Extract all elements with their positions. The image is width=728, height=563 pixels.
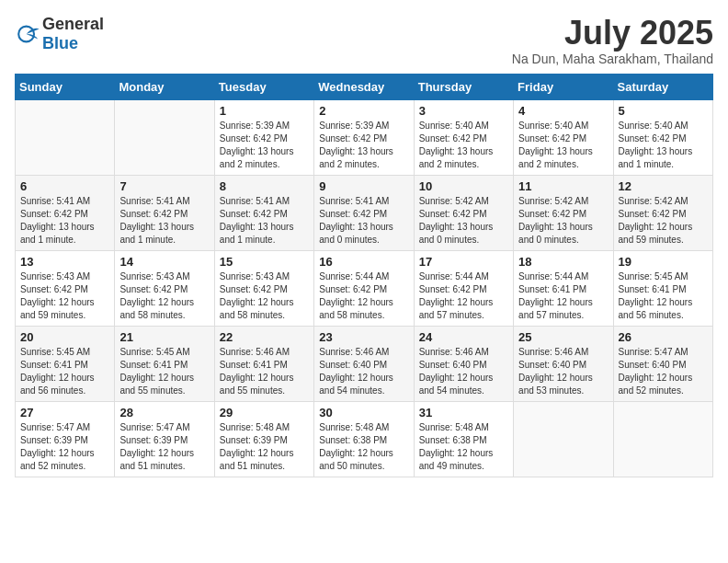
calendar-week-3: 13Sunrise: 5:43 AM Sunset: 6:42 PM Dayli… — [16, 250, 713, 326]
day-number: 25 — [518, 330, 608, 344]
day-number: 26 — [619, 330, 708, 344]
page-header: General Blue July 2025 Na Dun, Maha Sara… — [15, 15, 713, 66]
calendar-cell: 14Sunrise: 5:43 AM Sunset: 6:42 PM Dayli… — [115, 250, 214, 326]
day-number: 21 — [119, 330, 209, 344]
day-info: Sunrise: 5:45 AM Sunset: 6:41 PM Dayligh… — [619, 270, 708, 322]
logo-text-general: General — [42, 15, 104, 33]
day-number: 5 — [619, 104, 708, 118]
weekday-header-wednesday: Wednesday — [314, 74, 414, 99]
calendar-cell: 15Sunrise: 5:43 AM Sunset: 6:42 PM Dayli… — [214, 250, 313, 326]
calendar-week-4: 20Sunrise: 5:45 AM Sunset: 6:41 PM Dayli… — [16, 326, 713, 401]
day-info: Sunrise: 5:44 AM Sunset: 6:42 PM Dayligh… — [319, 270, 408, 322]
calendar-cell: 13Sunrise: 5:43 AM Sunset: 6:42 PM Dayli… — [16, 250, 115, 326]
day-number: 23 — [319, 330, 408, 344]
day-number: 10 — [419, 179, 508, 193]
day-number: 19 — [619, 255, 708, 269]
calendar-cell: 1Sunrise: 5:39 AM Sunset: 6:42 PM Daylig… — [214, 99, 313, 175]
day-info: Sunrise: 5:40 AM Sunset: 6:42 PM Dayligh… — [518, 120, 608, 171]
logo: General Blue — [15, 15, 104, 53]
day-number: 13 — [20, 255, 109, 269]
weekday-header-thursday: Thursday — [414, 74, 513, 99]
calendar-cell: 12Sunrise: 5:42 AM Sunset: 6:42 PM Dayli… — [613, 175, 712, 250]
calendar-cell: 20Sunrise: 5:45 AM Sunset: 6:41 PM Dayli… — [16, 326, 115, 401]
day-number: 16 — [319, 255, 408, 269]
calendar-week-2: 6Sunrise: 5:41 AM Sunset: 6:42 PM Daylig… — [16, 175, 713, 250]
calendar-cell — [514, 401, 613, 477]
calendar-cell: 5Sunrise: 5:40 AM Sunset: 6:42 PM Daylig… — [613, 99, 712, 175]
calendar-header-row: SundayMondayTuesdayWednesdayThursdayFrid… — [16, 74, 713, 99]
day-info: Sunrise: 5:43 AM Sunset: 6:42 PM Dayligh… — [220, 270, 309, 322]
day-info: Sunrise: 5:47 AM Sunset: 6:39 PM Dayligh… — [20, 421, 109, 473]
day-number: 24 — [419, 330, 508, 344]
day-info: Sunrise: 5:46 AM Sunset: 6:40 PM Dayligh… — [518, 346, 608, 397]
calendar-cell: 18Sunrise: 5:44 AM Sunset: 6:41 PM Dayli… — [514, 250, 613, 326]
day-number: 2 — [319, 104, 408, 118]
day-number: 18 — [518, 255, 608, 269]
calendar-cell: 3Sunrise: 5:40 AM Sunset: 6:42 PM Daylig… — [414, 99, 513, 175]
calendar-cell: 28Sunrise: 5:47 AM Sunset: 6:39 PM Dayli… — [115, 401, 214, 477]
weekday-header-friday: Friday — [514, 74, 613, 99]
day-info: Sunrise: 5:47 AM Sunset: 6:39 PM Dayligh… — [119, 421, 209, 473]
weekday-header-sunday: Sunday — [16, 74, 115, 99]
title-section: July 2025 Na Dun, Maha Sarakham, Thailan… — [512, 15, 713, 66]
calendar-cell: 26Sunrise: 5:47 AM Sunset: 6:40 PM Dayli… — [613, 326, 712, 401]
day-number: 29 — [220, 406, 309, 419]
day-number: 4 — [518, 104, 608, 118]
calendar-cell: 31Sunrise: 5:48 AM Sunset: 6:38 PM Dayli… — [414, 401, 513, 477]
day-info: Sunrise: 5:40 AM Sunset: 6:42 PM Dayligh… — [419, 120, 508, 171]
calendar-cell: 11Sunrise: 5:42 AM Sunset: 6:42 PM Dayli… — [514, 175, 613, 250]
logo-text-blue: Blue — [42, 34, 78, 52]
day-info: Sunrise: 5:46 AM Sunset: 6:41 PM Dayligh… — [220, 346, 309, 397]
day-info: Sunrise: 5:40 AM Sunset: 6:42 PM Dayligh… — [619, 120, 708, 171]
month-title: July 2025 — [512, 15, 713, 52]
calendar-cell: 23Sunrise: 5:46 AM Sunset: 6:40 PM Dayli… — [314, 326, 414, 401]
day-number: 14 — [119, 255, 209, 269]
calendar-cell — [613, 401, 712, 477]
calendar-cell: 24Sunrise: 5:46 AM Sunset: 6:40 PM Dayli… — [414, 326, 513, 401]
calendar-cell: 22Sunrise: 5:46 AM Sunset: 6:41 PM Dayli… — [214, 326, 313, 401]
day-number: 15 — [220, 255, 309, 269]
day-info: Sunrise: 5:43 AM Sunset: 6:42 PM Dayligh… — [20, 270, 109, 322]
calendar-week-5: 27Sunrise: 5:47 AM Sunset: 6:39 PM Dayli… — [16, 401, 713, 477]
weekday-header-saturday: Saturday — [613, 74, 712, 99]
day-number: 1 — [220, 104, 309, 118]
day-info: Sunrise: 5:48 AM Sunset: 6:38 PM Dayligh… — [419, 421, 508, 473]
day-number: 3 — [419, 104, 508, 118]
calendar-cell: 19Sunrise: 5:45 AM Sunset: 6:41 PM Dayli… — [613, 250, 712, 326]
calendar-cell: 6Sunrise: 5:41 AM Sunset: 6:42 PM Daylig… — [16, 175, 115, 250]
calendar-cell: 10Sunrise: 5:42 AM Sunset: 6:42 PM Dayli… — [414, 175, 513, 250]
day-number: 8 — [220, 179, 309, 193]
calendar-cell: 17Sunrise: 5:44 AM Sunset: 6:42 PM Dayli… — [414, 250, 513, 326]
calendar-week-1: 1Sunrise: 5:39 AM Sunset: 6:42 PM Daylig… — [16, 99, 713, 175]
day-info: Sunrise: 5:42 AM Sunset: 6:42 PM Dayligh… — [619, 195, 708, 247]
calendar-cell: 29Sunrise: 5:48 AM Sunset: 6:39 PM Dayli… — [214, 401, 313, 477]
day-number: 9 — [319, 179, 408, 193]
day-info: Sunrise: 5:42 AM Sunset: 6:42 PM Dayligh… — [419, 195, 508, 247]
day-info: Sunrise: 5:41 AM Sunset: 6:42 PM Dayligh… — [20, 195, 109, 247]
calendar-cell: 2Sunrise: 5:39 AM Sunset: 6:42 PM Daylig… — [314, 99, 414, 175]
day-number: 28 — [119, 406, 209, 419]
calendar-cell: 16Sunrise: 5:44 AM Sunset: 6:42 PM Dayli… — [314, 250, 414, 326]
day-number: 11 — [518, 179, 608, 193]
calendar-table: SundayMondayTuesdayWednesdayThursdayFrid… — [15, 74, 713, 477]
day-number: 20 — [20, 330, 109, 344]
day-number: 6 — [20, 179, 109, 193]
day-number: 30 — [319, 406, 408, 419]
location-title: Na Dun, Maha Sarakham, Thailand — [512, 52, 713, 66]
calendar-cell — [16, 99, 115, 175]
logo-icon — [15, 21, 40, 47]
calendar-cell: 27Sunrise: 5:47 AM Sunset: 6:39 PM Dayli… — [16, 401, 115, 477]
day-number: 17 — [419, 255, 508, 269]
day-info: Sunrise: 5:41 AM Sunset: 6:42 PM Dayligh… — [119, 195, 209, 247]
day-number: 7 — [119, 179, 209, 193]
day-info: Sunrise: 5:47 AM Sunset: 6:40 PM Dayligh… — [619, 346, 708, 397]
day-number: 22 — [220, 330, 309, 344]
day-number: 27 — [20, 406, 109, 419]
day-info: Sunrise: 5:48 AM Sunset: 6:38 PM Dayligh… — [319, 421, 408, 473]
day-info: Sunrise: 5:45 AM Sunset: 6:41 PM Dayligh… — [119, 346, 209, 397]
day-info: Sunrise: 5:42 AM Sunset: 6:42 PM Dayligh… — [518, 195, 608, 247]
day-number: 31 — [419, 406, 508, 419]
day-info: Sunrise: 5:48 AM Sunset: 6:39 PM Dayligh… — [220, 421, 309, 473]
day-info: Sunrise: 5:45 AM Sunset: 6:41 PM Dayligh… — [20, 346, 109, 397]
day-info: Sunrise: 5:41 AM Sunset: 6:42 PM Dayligh… — [319, 195, 408, 247]
